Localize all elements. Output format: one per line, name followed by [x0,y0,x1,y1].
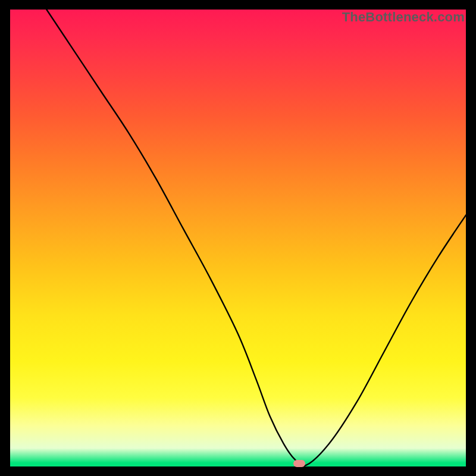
chart-frame: TheBottleneck.com [0,0,476,476]
bottleneck-curve [46,10,466,466]
plot-area: TheBottleneck.com [10,10,466,466]
curve-svg [10,10,466,466]
optimal-marker [293,460,305,467]
